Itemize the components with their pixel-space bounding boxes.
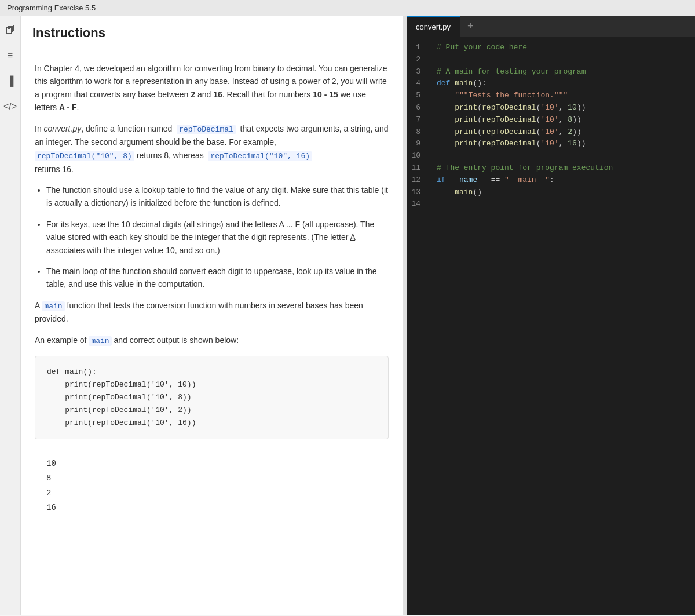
example2-code: repToDecimal("10", 16) <box>208 151 312 161</box>
title-bar: Programming Exercise 5.5 <box>0 0 695 16</box>
bullet-list: The function should use a lookup table t… <box>46 184 389 291</box>
bullet-2: For its keys, use the 10 decimal digits … <box>46 218 389 257</box>
repToDecimal-code: repToDecimal <box>177 125 236 134</box>
title-text: Programming Exercise 5.5 <box>7 3 96 12</box>
main-paragraph: A main function that tests the conversio… <box>35 299 389 326</box>
code-line-3: print(repToDecimal('10', 8)) <box>47 391 376 404</box>
sidebar: 🗐 ≡ ▐ </> <box>0 16 21 615</box>
output-block: 10 8 2 16 <box>35 447 389 524</box>
editor-content[interactable]: 1 2 3 4 5 6 7 8 9 10 11 12 13 14 # Put y… <box>407 37 695 615</box>
tab-add-button[interactable]: + <box>460 16 481 37</box>
output-line-1: 10 <box>46 457 377 471</box>
code-editor-line-10 <box>437 150 688 162</box>
instructions-panel: Instructions In Chapter 4, we developed … <box>21 16 403 615</box>
code-editor-line-1: # Put your code here <box>437 42 688 54</box>
example1-code: repToDecimal("10", 8) <box>35 151 134 161</box>
code-editor-line-5: """Tests the function.""" <box>437 90 688 102</box>
code-line-4: print(repToDecimal('10', 2)) <box>47 404 376 417</box>
output-line-4: 16 <box>46 501 377 515</box>
bold-letters: A - F <box>59 103 77 112</box>
main-code-inline: main <box>42 301 64 311</box>
code-editor-line-6: print(repToDecimal('10', 10)) <box>437 102 688 114</box>
code-editor-line-14 <box>437 198 688 210</box>
instructions-body[interactable]: In Chapter 4, we developed an algorithm … <box>21 50 403 615</box>
code-editor-line-3: # A main for testing your program <box>437 66 688 78</box>
convert-paragraph: In convert.py, define a function named r… <box>35 122 389 176</box>
bold-2: 2 <box>191 90 195 99</box>
code-editor-line-4: def main(): <box>437 78 688 90</box>
output-line-3: 2 <box>46 486 377 501</box>
chart-icon[interactable]: ▐ <box>2 73 19 89</box>
list-icon[interactable]: ≡ <box>2 48 19 64</box>
intro-paragraph: In Chapter 4, we developed an algorithm … <box>35 62 389 114</box>
bullet-1: The function should use a lookup table t… <box>46 184 389 210</box>
document-icon[interactable]: 🗐 <box>2 22 19 38</box>
code-editor-line-12: if __name__ == "__main__": <box>437 174 688 187</box>
editor-panel: convert.py + 1 2 3 4 5 6 7 8 9 10 11 12 … <box>407 16 695 615</box>
code-editor-line-2 <box>437 54 688 66</box>
instructions-header: Instructions <box>21 16 403 50</box>
code-example-block: def main(): print(repToDecimal('10', 10)… <box>35 356 389 439</box>
output-line-2: 8 <box>46 471 377 486</box>
line-numbers: 1 2 3 4 5 6 7 8 9 10 11 12 13 14 <box>407 37 430 615</box>
code-line-2: print(repToDecimal('10', 10)) <box>47 378 376 391</box>
tab-convert-py[interactable]: convert.py <box>407 16 460 37</box>
code-area[interactable]: # Put your code here # A main for testin… <box>430 37 695 615</box>
bold-range: 10 - 15 <box>313 90 338 99</box>
bullet-3: The main loop of the function should con… <box>46 265 389 291</box>
code-icon[interactable]: </> <box>2 99 19 115</box>
code-editor-line-8: print(repToDecimal('10', 2)) <box>437 126 688 138</box>
code-editor-line-9: print(repToDecimal('10', 16)) <box>437 138 688 150</box>
editor-tabs: convert.py + <box>407 16 695 37</box>
example-paragraph: An example of main and correct output is… <box>35 334 389 348</box>
code-editor-line-7: print(repToDecimal('10', 8)) <box>437 114 688 126</box>
bold-16: 16 <box>213 90 222 99</box>
code-editor-line-13: main() <box>437 187 688 199</box>
code-editor-line-11: # The entry point for program execution <box>437 162 688 174</box>
code-line-1: def main(): <box>47 366 376 378</box>
main-example-inline: main <box>89 336 111 346</box>
instructions-title: Instructions <box>32 25 105 41</box>
code-line-5: print(repToDecimal('10', 16)) <box>47 417 376 429</box>
tab-label: convert.py <box>416 23 451 31</box>
